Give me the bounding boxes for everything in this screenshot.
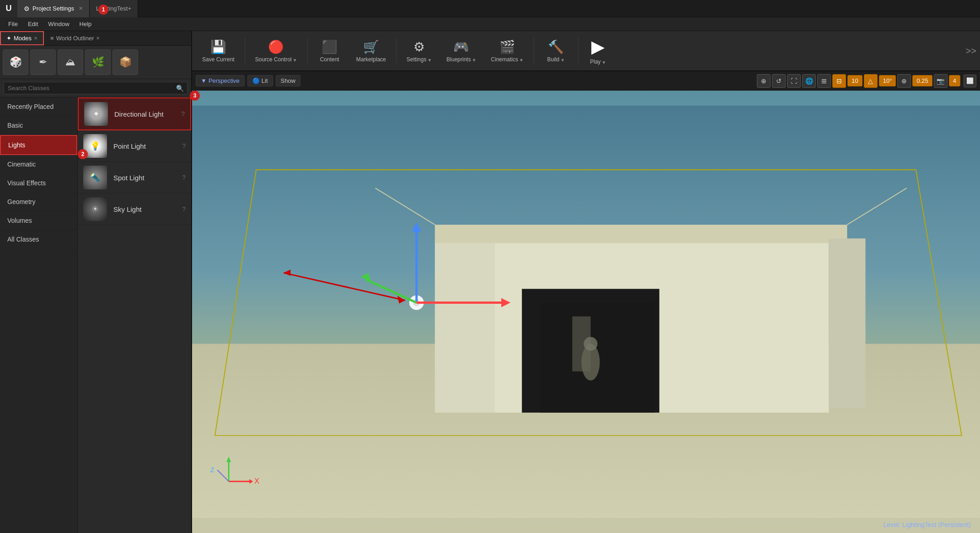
- foliage-mode-btn[interactable]: 🌿: [85, 49, 111, 75]
- badge-2: 2: [78, 149, 88, 159]
- panel-tabs: ✦ Modes ✕ ≡ World Outliner ✕: [0, 31, 191, 46]
- source-control-label: Source Control: [255, 56, 292, 63]
- svg-point-10: [584, 337, 597, 351]
- category-lights[interactable]: Lights: [0, 135, 77, 155]
- lit-btn[interactable]: 🔵 Lit: [247, 75, 273, 86]
- paint-mode-btn[interactable]: ✒: [30, 49, 56, 75]
- categories-column: Recently Placed Basic Lights Cinematic V…: [0, 97, 78, 533]
- category-cinematic[interactable]: Cinematic: [0, 155, 77, 174]
- content-icon: ⬛: [321, 39, 337, 54]
- cinematics-label-wrap: Cinematics ▼: [491, 56, 524, 63]
- search-icon: 🔍: [176, 85, 184, 92]
- svg-text:Z: Z: [210, 466, 214, 474]
- save-current-label: Save Current: [202, 56, 235, 63]
- source-control-icon: 🔴: [268, 39, 284, 54]
- directional-light-thumb: ✴: [84, 102, 108, 126]
- point-light-help[interactable]: ?: [182, 142, 186, 150]
- light-item-point[interactable]: 💡 Point Light ?: [78, 130, 191, 162]
- landscape-mode-btn[interactable]: ⛰: [58, 49, 83, 75]
- camera-value[interactable]: 4: [949, 75, 960, 86]
- blueprints-btn[interactable]: 🎮 Blueprints ▼: [440, 32, 482, 69]
- panel-tab-world-outliner[interactable]: ≡ World Outliner ✕: [44, 31, 106, 45]
- menu-edit[interactable]: Edit: [23, 19, 43, 29]
- move-tool-btn[interactable]: ⊕: [757, 74, 771, 88]
- settings-label-wrap: Settings ▼: [407, 56, 432, 63]
- play-arrow: ▼: [602, 60, 606, 65]
- panel-tab-modes-close[interactable]: ✕: [34, 36, 37, 41]
- geometry-mode-btn[interactable]: 📦: [112, 49, 138, 75]
- placement-mode-btn[interactable]: 🎲: [3, 49, 28, 75]
- panel-tab-outliner-label: World Outliner: [56, 35, 94, 42]
- perspective-label: Perspective: [209, 77, 240, 84]
- light-item-sky[interactable]: ☀ Sky Light ?: [78, 194, 191, 225]
- tab-close-icon[interactable]: ✕: [79, 5, 83, 11]
- category-volumes[interactable]: Volumes: [0, 211, 77, 230]
- toolbar-sep-3: [396, 37, 396, 65]
- marketplace-btn[interactable]: 🛒 Marketplace: [350, 32, 392, 69]
- angle-icon-btn[interactable]: △: [864, 74, 878, 88]
- svg-rect-3: [435, 238, 494, 413]
- surface-snapping-btn[interactable]: ⊞: [817, 74, 831, 88]
- toolbar-sep-1: [245, 37, 245, 65]
- play-btn[interactable]: ▶ Play ▼: [582, 32, 614, 69]
- camera-icon-btn[interactable]: 📷: [934, 74, 948, 88]
- badge-1: 1: [98, 5, 108, 15]
- settings-label: Settings: [407, 56, 426, 63]
- spot-light-thumb: 🔦: [83, 166, 107, 189]
- panel-tab-modes[interactable]: ✦ Modes ✕: [0, 31, 44, 45]
- source-control-arrow: ▼: [293, 58, 297, 63]
- rotate-tool-btn[interactable]: ↺: [772, 74, 786, 88]
- build-label-wrap: Build ▼: [547, 56, 565, 63]
- cinematics-btn[interactable]: 🎬 Cinematics ▼: [485, 32, 530, 69]
- directional-light-help[interactable]: ?: [181, 110, 185, 118]
- category-recently-placed[interactable]: Recently Placed: [0, 97, 77, 116]
- cinematics-arrow: ▼: [519, 58, 524, 63]
- settings-btn[interactable]: ⚙ Settings ▼: [400, 32, 438, 69]
- source-control-label-wrap: Source Control ▼: [255, 56, 297, 63]
- lit-sphere-icon: 🔵: [252, 77, 260, 84]
- toolbar-sep-2: [307, 37, 308, 65]
- world-btn[interactable]: 🌐: [802, 74, 816, 88]
- viewport-toolbar: ▼ Perspective 🔵 Lit Show ⊕ ↺ ⛶ 🌐 ⊞ ⊟ 10 …: [192, 71, 980, 91]
- category-visual-effects[interactable]: Visual Effects: [0, 174, 77, 193]
- tab-project-settings[interactable]: ⚙ Project Settings ✕: [17, 0, 90, 17]
- grid-value[interactable]: 10: [847, 75, 862, 86]
- sky-light-help[interactable]: ?: [182, 205, 186, 213]
- light-item-spot[interactable]: 🔦 Spot Light ?: [78, 162, 191, 194]
- title-bar: U ⚙ Project Settings ✕ LightingTest+: [0, 0, 980, 17]
- lit-label: Lit: [262, 77, 268, 84]
- show-btn[interactable]: Show: [276, 75, 301, 86]
- snap-value[interactable]: 0.25: [912, 75, 932, 86]
- level-name: LightingTest (Persistent): [902, 521, 971, 528]
- search-input[interactable]: [4, 82, 187, 94]
- panel-tab-outliner-close[interactable]: ✕: [96, 36, 100, 41]
- save-current-btn[interactable]: 💾 Save Current: [196, 32, 241, 69]
- modes-icon: ✦: [6, 35, 11, 42]
- content-btn[interactable]: ⬛ Content: [311, 32, 348, 69]
- viewport-3d[interactable]: X Z Level: LightingTest (Persistent): [192, 91, 980, 533]
- scene-svg: X Z: [192, 91, 980, 533]
- grid-btn[interactable]: ⊟: [832, 74, 846, 88]
- source-control-btn[interactable]: 🔴 Source Control ▼: [249, 32, 304, 69]
- tab-lighting-test[interactable]: LightingTest+: [90, 0, 138, 17]
- category-all-classes[interactable]: All Classes: [0, 230, 77, 249]
- point-light-label: Point Light: [113, 142, 146, 150]
- build-btn[interactable]: 🔨 Build ▼: [538, 32, 574, 69]
- light-item-directional[interactable]: ✴ Directional Light ?: [78, 97, 191, 130]
- settings-icon: ⚙: [24, 5, 30, 12]
- menu-window[interactable]: Window: [43, 19, 74, 29]
- menu-help[interactable]: Help: [75, 19, 96, 29]
- angle-value[interactable]: 10°: [879, 75, 896, 86]
- tab-project-settings-label: Project Settings: [32, 5, 74, 12]
- viewport-expand-btn[interactable]: ⬜: [964, 75, 976, 87]
- spot-light-help[interactable]: ?: [182, 174, 186, 181]
- scale-tool-btn[interactable]: ⛶: [787, 74, 801, 88]
- category-list: Recently Placed Basic Lights Cinematic V…: [0, 97, 77, 249]
- toolbar-expand-btn[interactable]: >>: [966, 46, 976, 56]
- perspective-dropdown[interactable]: ▼ Perspective: [196, 75, 245, 86]
- category-basic[interactable]: Basic: [0, 116, 77, 135]
- menu-file[interactable]: File: [4, 19, 22, 29]
- play-icon: ▶: [591, 37, 605, 57]
- snap-icon-btn[interactable]: ⊕: [897, 74, 911, 88]
- category-geometry[interactable]: Geometry: [0, 193, 77, 211]
